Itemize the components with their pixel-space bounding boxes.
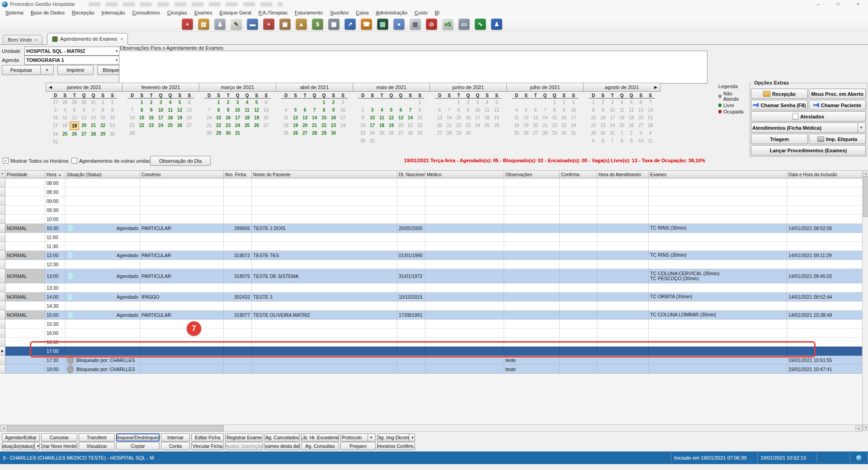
calendar-day[interactable]: 28 [310, 129, 319, 137]
calendar-day[interactable]: 3 [636, 129, 646, 137]
calendar-day[interactable]: 23 [146, 122, 156, 129]
calendar-day[interactable]: 1 [589, 99, 598, 106]
chamar-paciente-button[interactable]: Chamar Paciente [809, 100, 866, 110]
calendar-day[interactable]: 15 [98, 114, 108, 122]
calendar-day[interactable]: 4 [646, 129, 655, 137]
ag-consultas-button[interactable]: Ag. Consultas [301, 442, 339, 450]
triagem-button[interactable]: Triagem [751, 134, 808, 144]
ag-cancelados-button[interactable]: Ag. Cancelados [264, 433, 300, 442]
calendar-day[interactable]: 8 [415, 106, 425, 114]
calendar-day[interactable]: 14 [310, 114, 319, 122]
row-indicator[interactable] [0, 356, 5, 365]
calendar-day[interactable]: 6 [396, 106, 406, 114]
unidade-select[interactable]: HOSPITAL SQL - MATRIZ ▼ [24, 47, 120, 56]
calendar-day[interactable]: 27 [531, 129, 540, 137]
calendar-day[interactable]: 1 [415, 99, 425, 106]
calendar-day[interactable]: 12 [252, 106, 261, 114]
calendar-day[interactable]: 14 [406, 114, 415, 122]
calendar-day[interactable]: 23 [223, 122, 233, 129]
calendar-day[interactable]: 8 [550, 106, 559, 114]
calendar-day[interactable]: 1 [319, 99, 329, 106]
calendar-day[interactable]: 29 [454, 129, 463, 137]
calendar-day[interactable]: 9 [627, 137, 636, 145]
calendar-day[interactable]: 2 [108, 99, 117, 106]
calendar-day[interactable]: 10 [473, 106, 482, 114]
calendar-day[interactable]: 29 [589, 129, 598, 137]
calendar-day[interactable]: 10 [233, 106, 242, 114]
calendar-day[interactable]: 10 [636, 137, 646, 145]
calendar-day[interactable]: 25 [377, 129, 387, 137]
checkbox-unchecked-icon[interactable] [71, 158, 77, 164]
calendar-day[interactable]: 17 [233, 114, 242, 122]
calendar-day[interactable]: 26 [175, 122, 184, 129]
preparo-button[interactable]: Preparo [340, 442, 376, 450]
agenda-select[interactable]: TOMOGRAFIA 1 ▼ [24, 56, 120, 65]
mensagens-icon[interactable]: ● [393, 19, 405, 30]
calendar-day[interactable]: 10 [338, 106, 348, 114]
calendar-day[interactable]: 11 [617, 106, 627, 114]
calendar-day[interactable]: 2 [358, 106, 368, 114]
outras-unidades-checkbox[interactable]: Agendamentos de outras unidades [71, 158, 156, 164]
calendar-day[interactable]: 22 [589, 122, 598, 129]
table-row-1700[interactable]: ▶17:00 [0, 347, 863, 356]
calendar-day[interactable]: 15 [319, 114, 329, 122]
agendar-editar-button[interactable]: Agendar/Editar [2, 433, 40, 442]
calendar-day[interactable]: 8 [319, 106, 329, 114]
calendar-day[interactable]: 20 [531, 122, 540, 129]
calendar-day[interactable]: 28 [646, 122, 655, 129]
table-row-1030[interactable]: NORMAL10:30AgendadoPARTICULAR299005TESTE… [0, 224, 863, 233]
calendar-day[interactable]: 22 [550, 122, 559, 129]
calendar-day[interactable]: 19 [252, 114, 261, 122]
emergencia-icon[interactable]: + [182, 19, 193, 30]
calendar-day[interactable]: 28 [127, 129, 137, 137]
calendar-day[interactable]: 20 [435, 122, 444, 129]
menu-item-base-de-dados[interactable]: Base de Dados [27, 9, 68, 16]
calendar-day[interactable]: 14 [204, 114, 214, 122]
calendar-day[interactable]: 13 [636, 106, 646, 114]
calendar-day[interactable]: 19 [387, 122, 396, 129]
calendar-day[interactable]: 16 [329, 114, 338, 122]
calendar-day[interactable]: 23 [598, 122, 608, 129]
calendar-day[interactable]: 11 [646, 137, 655, 145]
calendar-day[interactable]: 24 [51, 130, 60, 138]
calendar-day[interactable]: 30 [108, 130, 117, 138]
calendar-day[interactable]: 4 [617, 99, 627, 106]
calendar-day[interactable]: 29 [214, 129, 223, 137]
observacoes-textarea[interactable] [119, 51, 708, 84]
calendar-day[interactable]: 26 [627, 122, 636, 129]
menu-item-sus-ans[interactable]: Sus/Ans [326, 9, 352, 16]
menu-item-cirurgias[interactable]: Cirurgias [164, 9, 191, 16]
cancelar-button[interactable]: Cancelar [41, 433, 77, 442]
row-indicator[interactable] [0, 224, 5, 233]
menu-item-consult-rios[interactable]: Consultórios [129, 9, 164, 16]
table-row-0830[interactable]: 08:30 [0, 188, 863, 197]
calendar-day[interactable]: 3 [233, 99, 242, 106]
calendar-day[interactable]: 21 [406, 122, 415, 129]
calendar-day[interactable]: 16 [463, 114, 473, 122]
calendar-day[interactable]: 16 [146, 114, 156, 122]
financeiro-icon[interactable]: $ [312, 19, 323, 30]
scroll-up-icon[interactable]: ▲ [863, 170, 868, 177]
calendar-day[interactable]: 3 [608, 99, 617, 106]
column-header-11[interactable]: Hora do Atendimento [597, 171, 649, 178]
calendar-day[interactable]: 25 [482, 122, 492, 129]
calendar-day[interactable]: 11 [482, 106, 492, 114]
table-row-1230[interactable]: 12:30 [0, 260, 863, 269]
calendar-day[interactable]: 2 [627, 129, 636, 137]
calendar-day[interactable]: 7 [127, 106, 137, 114]
calendar-day[interactable]: 24 [608, 122, 617, 129]
pesquisar-dropdown-button[interactable]: ▼ [41, 65, 54, 75]
column-header-6[interactable]: Nome do Paciente [252, 171, 397, 178]
maximize-button[interactable]: □ [828, 0, 848, 8]
calendar-day[interactable]: 14 [646, 106, 655, 114]
calendar-day[interactable]: 24 [338, 122, 348, 129]
calendar-day[interactable]: 17 [473, 114, 482, 122]
atendimentos-ficha-m-dica--button[interactable]: Atendimentos (Ficha Médica)▼ [751, 122, 866, 133]
calendar-day[interactable]: 11 [165, 106, 175, 114]
column-header-4[interactable]: Convênio [140, 171, 224, 178]
calendar-day[interactable]: 18 [242, 114, 252, 122]
row-indicator[interactable] [0, 251, 5, 260]
calendar-day[interactable]: 30 [79, 99, 89, 106]
calendar-day[interactable]: 17 [338, 114, 348, 122]
calendar-day[interactable]: 25 [512, 129, 521, 137]
